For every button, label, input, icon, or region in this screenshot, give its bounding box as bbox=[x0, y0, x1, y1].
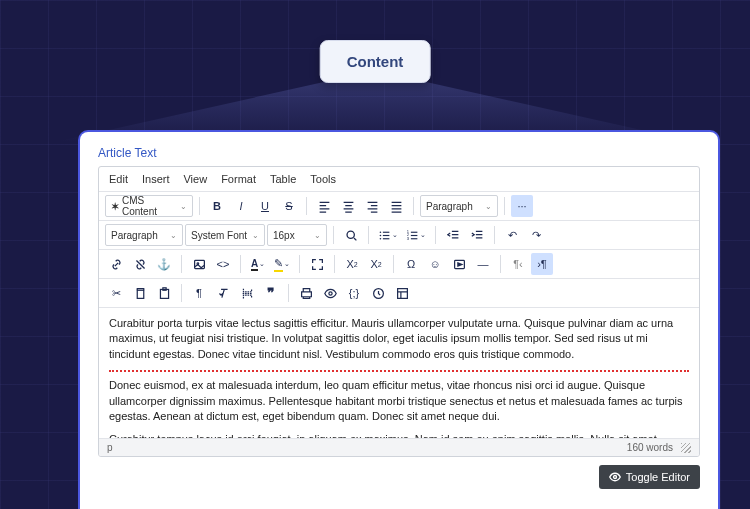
svg-point-22 bbox=[613, 476, 616, 479]
chevron-down-icon: ⌄ bbox=[252, 231, 259, 240]
svg-rect-12 bbox=[411, 238, 418, 239]
toolbar-row-4: ✂ ¶ ❞ {;} bbox=[99, 279, 699, 308]
chevron-down-icon: ⌄ bbox=[284, 260, 290, 268]
redo-button[interactable]: ↷ bbox=[525, 224, 547, 246]
svg-point-3 bbox=[380, 234, 382, 236]
cms-content-dropdown[interactable]: ✶ CMS Content ⌄ bbox=[105, 195, 193, 217]
svg-point-19 bbox=[328, 291, 331, 294]
chevron-down-icon: ⌄ bbox=[392, 231, 398, 239]
text-color-button[interactable]: A⌄ bbox=[247, 253, 269, 275]
show-blocks-button[interactable]: ¶ bbox=[188, 282, 210, 304]
italic-button[interactable]: I bbox=[230, 195, 252, 217]
block-format-label-1: Paragraph bbox=[426, 201, 473, 212]
align-right-button[interactable] bbox=[361, 195, 383, 217]
editor-content[interactable]: Curabitur porta turpis vitae lectus sagi… bbox=[99, 308, 699, 438]
chevron-down-icon: ⌄ bbox=[314, 231, 321, 240]
separator bbox=[494, 226, 495, 244]
svg-text:3: 3 bbox=[407, 235, 410, 240]
copy-button[interactable] bbox=[129, 282, 151, 304]
ltr-button[interactable]: ¶‹ bbox=[507, 253, 529, 275]
fullscreen-button[interactable] bbox=[306, 253, 328, 275]
separator bbox=[240, 255, 241, 273]
menu-edit[interactable]: Edit bbox=[109, 173, 128, 185]
preview-button[interactable] bbox=[319, 282, 341, 304]
svg-point-1 bbox=[380, 231, 382, 233]
paste-button[interactable] bbox=[153, 282, 175, 304]
menu-table[interactable]: Table bbox=[270, 173, 296, 185]
superscript-button[interactable]: X2 bbox=[365, 253, 387, 275]
editor-menubar: Edit Insert View Format Table Tools bbox=[99, 167, 699, 192]
cms-content-label: CMS Content bbox=[122, 195, 176, 217]
bullet-list-button[interactable]: ⌄ bbox=[375, 224, 401, 246]
svg-point-5 bbox=[380, 237, 382, 239]
blockquote-button[interactable]: ❞ bbox=[260, 282, 282, 304]
clear-format-button[interactable] bbox=[212, 282, 234, 304]
pagebreak-button[interactable] bbox=[236, 282, 258, 304]
block-format-dropdown-1[interactable]: Paragraph ⌄ bbox=[420, 195, 498, 217]
separator bbox=[181, 284, 182, 302]
horizontal-rule-button[interactable]: — bbox=[472, 253, 494, 275]
template-button[interactable] bbox=[391, 282, 413, 304]
special-char-button[interactable]: Ω bbox=[400, 253, 422, 275]
align-center-button[interactable] bbox=[337, 195, 359, 217]
block-format-label-2: Paragraph bbox=[111, 230, 158, 241]
unlink-button[interactable] bbox=[129, 253, 151, 275]
svg-point-0 bbox=[347, 231, 354, 238]
outdent-button[interactable] bbox=[442, 224, 464, 246]
menu-view[interactable]: View bbox=[183, 173, 207, 185]
strikethrough-button[interactable]: S bbox=[278, 195, 300, 217]
menu-format[interactable]: Format bbox=[221, 173, 256, 185]
anchor-button[interactable]: ⚓ bbox=[153, 253, 175, 275]
menu-insert[interactable]: Insert bbox=[142, 173, 170, 185]
editor-footer: Toggle Editor bbox=[98, 465, 700, 489]
media-button[interactable] bbox=[448, 253, 470, 275]
separator bbox=[368, 226, 369, 244]
menu-tools[interactable]: Tools bbox=[310, 173, 336, 185]
numbered-list-button[interactable]: 123⌄ bbox=[403, 224, 429, 246]
align-left-button[interactable] bbox=[313, 195, 335, 217]
search-button[interactable] bbox=[340, 224, 362, 246]
separator bbox=[199, 197, 200, 215]
toggle-editor-label: Toggle Editor bbox=[626, 471, 690, 483]
highlight-color-button[interactable]: ✎⌄ bbox=[271, 253, 293, 275]
rtl-button[interactable]: ›¶ bbox=[531, 253, 553, 275]
link-button[interactable] bbox=[105, 253, 127, 275]
toolbar-row-3: ⚓ <> A⌄ ✎⌄ X2 X2 Ω ☺ — ¶‹ ›¶ bbox=[99, 250, 699, 279]
separator bbox=[504, 197, 505, 215]
font-size-dropdown[interactable]: 16px ⌄ bbox=[267, 224, 327, 246]
code-button[interactable]: <> bbox=[212, 253, 234, 275]
underline-button[interactable]: U bbox=[254, 195, 276, 217]
image-button[interactable] bbox=[188, 253, 210, 275]
font-family-dropdown[interactable]: System Font ⌄ bbox=[185, 224, 265, 246]
block-format-dropdown-2[interactable]: Paragraph ⌄ bbox=[105, 224, 183, 246]
content-paragraph: Curabitur porta turpis vitae lectus sagi… bbox=[109, 316, 689, 362]
readmore-separator bbox=[109, 370, 689, 372]
separator bbox=[500, 255, 501, 273]
bold-button[interactable]: B bbox=[206, 195, 228, 217]
align-justify-button[interactable] bbox=[385, 195, 407, 217]
cut-button[interactable]: ✂ bbox=[105, 282, 127, 304]
field-label: Article Text bbox=[98, 146, 700, 160]
emoji-button[interactable]: ☺ bbox=[424, 253, 446, 275]
element-path[interactable]: p bbox=[107, 442, 113, 453]
word-count: 160 words bbox=[627, 442, 673, 453]
separator bbox=[181, 255, 182, 273]
indent-button[interactable] bbox=[466, 224, 488, 246]
eye-icon bbox=[609, 471, 621, 483]
undo-button[interactable]: ↶ bbox=[501, 224, 523, 246]
font-size-label: 16px bbox=[273, 230, 295, 241]
content-card: Content bbox=[320, 40, 431, 83]
separator bbox=[288, 284, 289, 302]
svg-rect-2 bbox=[383, 231, 390, 232]
separator bbox=[306, 197, 307, 215]
print-button[interactable] bbox=[295, 282, 317, 304]
content-paragraph: Donec euismod, ex at malesuada interdum,… bbox=[109, 378, 689, 424]
more-button[interactable]: ··· bbox=[511, 195, 533, 217]
svg-rect-6 bbox=[383, 238, 390, 239]
source-code-button[interactable]: {;} bbox=[343, 282, 365, 304]
toggle-editor-button[interactable]: Toggle Editor bbox=[599, 465, 700, 489]
resize-handle[interactable] bbox=[681, 443, 691, 453]
subscript-button[interactable]: X2 bbox=[341, 253, 363, 275]
separator bbox=[393, 255, 394, 273]
datetime-button[interactable] bbox=[367, 282, 389, 304]
